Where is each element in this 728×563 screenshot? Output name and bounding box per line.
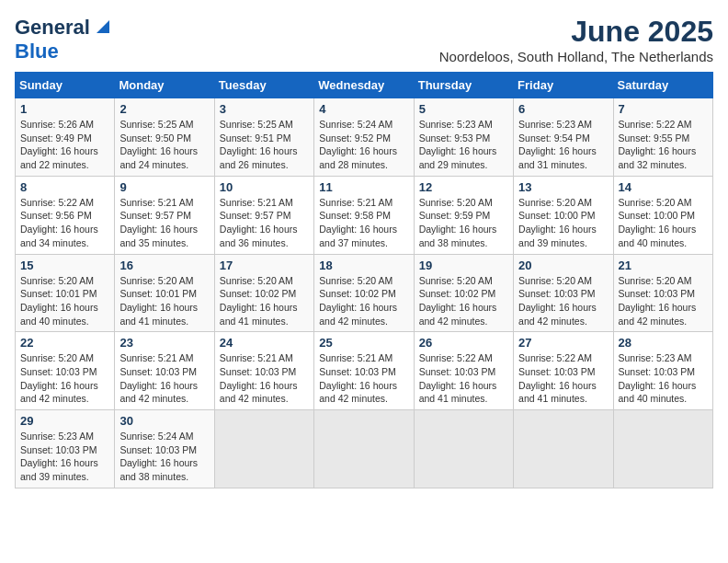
day-info: Sunrise: 5:24 AMSunset: 10:03 PMDaylight… — [119, 430, 209, 484]
day-number: 29 — [20, 414, 109, 428]
day-number: 30 — [119, 414, 209, 428]
day-number: 26 — [419, 336, 508, 350]
location-subtitle: Noordeloos, South Holland, The Netherlan… — [439, 49, 713, 64]
calendar-cell: 12Sunrise: 5:20 AMSunset: 9:59 PMDayligh… — [414, 176, 513, 254]
day-info: Sunrise: 5:22 AMSunset: 10:03 PMDaylight… — [518, 351, 608, 406]
calendar-cell: 22Sunrise: 5:20 AMSunset: 10:03 PMDaylig… — [16, 332, 115, 410]
calendar-cell — [214, 410, 313, 488]
day-info: Sunrise: 5:21 AMSunset: 10:03 PMDaylight… — [220, 351, 309, 406]
day-number: 22 — [20, 336, 109, 350]
day-info: Sunrise: 5:21 AMSunset: 9:57 PMDaylight:… — [220, 196, 309, 250]
day-number: 21 — [619, 259, 708, 272]
day-info: Sunrise: 5:22 AMSunset: 9:56 PMDaylight:… — [20, 196, 109, 250]
day-number: 2 — [119, 102, 209, 116]
calendar-cell — [514, 410, 613, 488]
calendar-header-row: SundayMondayTuesdayWednesdayThursdayFrid… — [16, 73, 713, 98]
day-info: Sunrise: 5:22 AMSunset: 10:03 PMDaylight… — [419, 351, 508, 406]
day-info: Sunrise: 5:20 AMSunset: 10:00 PMDaylight… — [619, 196, 708, 250]
day-info: Sunrise: 5:23 AMSunset: 9:54 PMDaylight:… — [518, 118, 608, 172]
calendar-cell: 26Sunrise: 5:22 AMSunset: 10:03 PMDaylig… — [414, 332, 513, 410]
calendar-cell: 14Sunrise: 5:20 AMSunset: 10:00 PMDaylig… — [613, 176, 712, 254]
day-number: 19 — [419, 259, 508, 272]
calendar-cell: 13Sunrise: 5:20 AMSunset: 10:00 PMDaylig… — [514, 176, 613, 254]
calendar-week-row: 22Sunrise: 5:20 AMSunset: 10:03 PMDaylig… — [16, 332, 713, 410]
day-info: Sunrise: 5:26 AMSunset: 9:49 PMDaylight:… — [20, 118, 109, 172]
column-header-thursday: Thursday — [414, 73, 513, 98]
calendar-cell: 3Sunrise: 5:25 AMSunset: 9:51 PMDaylight… — [214, 98, 313, 177]
day-number: 28 — [619, 336, 708, 350]
day-number: 6 — [518, 102, 608, 116]
logo-icon — [93, 17, 113, 37]
day-info: Sunrise: 5:21 AMSunset: 9:57 PMDaylight:… — [119, 196, 209, 250]
day-info: Sunrise: 5:20 AMSunset: 9:59 PMDaylight:… — [419, 196, 508, 250]
calendar-week-row: 15Sunrise: 5:20 AMSunset: 10:01 PMDaylig… — [16, 254, 713, 332]
day-info: Sunrise: 5:20 AMSunset: 10:02 PMDaylight… — [220, 274, 309, 328]
day-number: 11 — [319, 180, 408, 194]
calendar-cell — [314, 410, 414, 488]
calendar-cell: 29Sunrise: 5:23 AMSunset: 10:03 PMDaylig… — [16, 410, 115, 488]
day-info: Sunrise: 5:20 AMSunset: 10:02 PMDaylight… — [319, 274, 408, 328]
calendar-cell: 27Sunrise: 5:22 AMSunset: 10:03 PMDaylig… — [514, 332, 613, 410]
day-info: Sunrise: 5:20 AMSunset: 10:01 PMDaylight… — [119, 274, 209, 328]
logo: General Blue — [15, 15, 113, 63]
column-header-sunday: Sunday — [16, 73, 115, 98]
calendar-cell: 17Sunrise: 5:20 AMSunset: 10:02 PMDaylig… — [214, 254, 313, 332]
column-header-monday: Monday — [115, 73, 214, 98]
calendar-cell: 9Sunrise: 5:21 AMSunset: 9:57 PMDaylight… — [115, 176, 214, 254]
logo-text-general: General — [15, 17, 90, 39]
day-number: 14 — [619, 180, 708, 194]
day-info: Sunrise: 5:23 AMSunset: 9:53 PMDaylight:… — [419, 118, 508, 172]
calendar-cell: 7Sunrise: 5:22 AMSunset: 9:55 PMDaylight… — [613, 98, 712, 177]
day-info: Sunrise: 5:21 AMSunset: 10:03 PMDaylight… — [119, 351, 209, 406]
calendar-cell: 21Sunrise: 5:20 AMSunset: 10:03 PMDaylig… — [613, 254, 712, 332]
calendar-week-row: 1Sunrise: 5:26 AMSunset: 9:49 PMDaylight… — [16, 98, 713, 177]
calendar-cell: 16Sunrise: 5:20 AMSunset: 10:01 PMDaylig… — [115, 254, 214, 332]
calendar-cell: 8Sunrise: 5:22 AMSunset: 9:56 PMDaylight… — [16, 176, 115, 254]
title-block: June 2025 Noordeloos, South Holland, The… — [439, 15, 713, 64]
calendar-cell: 11Sunrise: 5:21 AMSunset: 9:58 PMDayligh… — [314, 176, 414, 254]
day-number: 10 — [220, 180, 309, 194]
day-number: 1 — [20, 102, 109, 116]
day-number: 8 — [20, 180, 109, 194]
day-number: 13 — [518, 180, 608, 194]
day-info: Sunrise: 5:20 AMSunset: 10:01 PMDaylight… — [20, 274, 109, 328]
day-number: 7 — [619, 102, 708, 116]
day-info: Sunrise: 5:20 AMSunset: 10:02 PMDaylight… — [419, 274, 508, 328]
day-info: Sunrise: 5:20 AMSunset: 10:00 PMDaylight… — [518, 196, 608, 250]
column-header-wednesday: Wednesday — [314, 73, 414, 98]
day-number: 9 — [119, 180, 209, 194]
calendar-cell: 30Sunrise: 5:24 AMSunset: 10:03 PMDaylig… — [115, 410, 214, 488]
day-number: 15 — [20, 259, 109, 272]
calendar-cell: 28Sunrise: 5:23 AMSunset: 10:03 PMDaylig… — [613, 332, 712, 410]
day-info: Sunrise: 5:21 AMSunset: 9:58 PMDaylight:… — [319, 196, 408, 250]
calendar-cell: 5Sunrise: 5:23 AMSunset: 9:53 PMDaylight… — [414, 98, 513, 177]
calendar-cell: 2Sunrise: 5:25 AMSunset: 9:50 PMDaylight… — [115, 98, 214, 177]
day-number: 4 — [319, 102, 408, 116]
day-number: 16 — [119, 259, 209, 272]
column-header-saturday: Saturday — [613, 73, 712, 98]
day-info: Sunrise: 5:22 AMSunset: 9:55 PMDaylight:… — [619, 118, 708, 172]
calendar-cell: 18Sunrise: 5:20 AMSunset: 10:02 PMDaylig… — [314, 254, 414, 332]
day-number: 24 — [220, 336, 309, 350]
day-number: 18 — [319, 259, 408, 272]
day-number: 20 — [518, 259, 608, 272]
day-number: 27 — [518, 336, 608, 350]
day-number: 5 — [419, 102, 508, 116]
day-info: Sunrise: 5:21 AMSunset: 10:03 PMDaylight… — [319, 351, 408, 406]
calendar-cell: 4Sunrise: 5:24 AMSunset: 9:52 PMDaylight… — [314, 98, 414, 177]
calendar-table: SundayMondayTuesdayWednesdayThursdayFrid… — [15, 72, 713, 488]
day-number: 12 — [419, 180, 508, 194]
calendar-cell: 6Sunrise: 5:23 AMSunset: 9:54 PMDaylight… — [514, 98, 613, 177]
page-header: General Blue June 2025 Noordeloos, South… — [15, 15, 713, 64]
day-info: Sunrise: 5:20 AMSunset: 10:03 PMDaylight… — [619, 274, 708, 328]
day-number: 3 — [220, 102, 309, 116]
calendar-week-row: 29Sunrise: 5:23 AMSunset: 10:03 PMDaylig… — [16, 410, 713, 488]
day-info: Sunrise: 5:23 AMSunset: 10:03 PMDaylight… — [619, 351, 708, 406]
calendar-cell: 1Sunrise: 5:26 AMSunset: 9:49 PMDaylight… — [16, 98, 115, 177]
calendar-cell: 19Sunrise: 5:20 AMSunset: 10:02 PMDaylig… — [414, 254, 513, 332]
svg-marker-0 — [97, 20, 109, 33]
day-info: Sunrise: 5:25 AMSunset: 9:50 PMDaylight:… — [119, 118, 209, 172]
day-info: Sunrise: 5:20 AMSunset: 10:03 PMDaylight… — [518, 274, 608, 328]
calendar-cell — [414, 410, 513, 488]
calendar-cell: 20Sunrise: 5:20 AMSunset: 10:03 PMDaylig… — [514, 254, 613, 332]
